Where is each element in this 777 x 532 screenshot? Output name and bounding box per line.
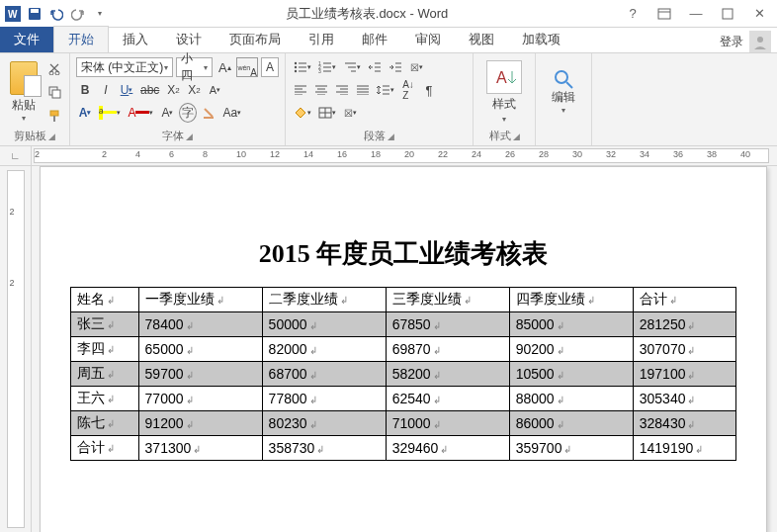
performance-table[interactable]: 姓名↲一季度业绩↲二季度业绩↲三季度业绩↲四季度业绩↲合计↲张三↲78400↲5… [70,287,736,461]
clipboard-launcher-icon[interactable]: ◢ [48,132,55,141]
table-cell[interactable]: 69870↲ [386,337,509,362]
table-row[interactable]: 合计↲371300↲358730↲329460↲359700↲1419190↲ [71,436,736,461]
table-header-cell[interactable]: 二季度业绩↲ [262,288,386,312]
tab-mailings[interactable]: 邮件 [348,27,401,52]
styles-gallery-icon[interactable]: A [486,60,522,94]
borders-icon[interactable]: ▾ [316,103,338,123]
asian-layout-icon[interactable]: ☒▾ [407,57,425,77]
table-cell[interactable]: 合计↲ [71,436,139,461]
table-cell[interactable]: 陈七↲ [71,411,139,436]
align-center-icon[interactable] [312,80,330,100]
minimize-icon[interactable]: — [684,4,708,24]
table-cell[interactable]: 张三↲ [71,312,139,337]
shading-icon[interactable]: ▾ [292,103,313,123]
table-cell[interactable]: 80230↲ [262,411,386,436]
avatar-icon[interactable] [749,31,771,52]
table-cell[interactable]: 周五↲ [71,362,139,387]
format-painter-icon[interactable] [45,106,63,126]
table-cell[interactable]: 371300↲ [138,436,262,461]
ribbon-display-icon[interactable] [652,4,676,24]
table-cell[interactable]: 85000↲ [509,312,633,337]
tab-review[interactable]: 审阅 [401,27,455,52]
table-cell[interactable]: 1419190↲ [633,436,735,461]
table-cell[interactable]: 58200↲ [386,362,509,387]
paste-button[interactable]: 粘贴 ▾ [6,61,42,123]
decrease-indent-icon[interactable] [366,57,384,77]
table-cell[interactable]: 307070↲ [633,337,735,362]
document-title[interactable]: 2015 年度员工业绩考核表 [70,236,736,271]
table-header-cell[interactable]: 一季度业绩↲ [138,288,262,312]
increase-indent-icon[interactable] [387,57,404,77]
bullets-icon[interactable]: ▾ [292,57,313,77]
table-cell[interactable]: 359700↲ [509,436,633,461]
char-shading-icon[interactable]: A▾ [158,103,176,123]
align-justify-icon[interactable] [354,80,372,100]
tab-view[interactable]: 视图 [455,27,508,52]
font-launcher-icon[interactable]: ◢ [186,132,193,141]
font-size-combo[interactable]: 小四▾ [176,57,213,77]
strikethrough-button[interactable]: abc [138,80,161,100]
highlight-icon[interactable]: ª▾ [97,103,123,123]
table-cell[interactable]: 68700↲ [262,362,386,387]
distribute-icon[interactable]: ☒▾ [341,103,359,123]
underline-button[interactable]: U▾ [118,80,135,100]
tab-layout[interactable]: 页面布局 [216,27,295,52]
redo-icon[interactable] [69,5,87,23]
shrink-font-icon[interactable]: A▾ [206,80,223,100]
table-cell[interactable]: 82000↲ [262,337,386,362]
table-cell[interactable]: 78400↲ [138,312,262,337]
undo-icon[interactable] [47,5,65,23]
line-spacing-icon[interactable]: ▾ [375,80,396,100]
superscript-button[interactable]: X2 [185,80,203,100]
tab-insert[interactable]: 插入 [109,27,162,52]
table-cell[interactable]: 88000↲ [509,387,633,411]
table-cell[interactable]: 77000↲ [138,387,262,411]
paragraph-launcher-icon[interactable]: ◢ [388,132,394,141]
table-header-cell[interactable]: 三季度业绩↲ [386,288,509,312]
vertical-ruler[interactable]: 22 [7,170,25,528]
table-cell[interactable]: 71000↲ [386,411,509,436]
table-cell[interactable]: 90200↲ [509,337,633,362]
table-row[interactable]: 周五↲59700↲68700↲58200↲10500↲197100↲ [71,362,736,387]
table-row[interactable]: 张三↲78400↲50000↲67850↲85000↲281250↲ [71,312,736,337]
grow-font-icon[interactable]: A▴ [216,57,233,77]
enclose-char-icon[interactable]: 字 [179,103,197,123]
table-row[interactable]: 陈七↲91200↲80230↲71000↲86000↲328430↲ [71,411,736,436]
table-cell[interactable]: 67850↲ [386,312,509,337]
char-border-icon[interactable]: A [261,57,279,77]
font-color-icon[interactable]: A▾ [126,103,155,123]
table-header-cell[interactable]: 四季度业绩↲ [509,288,633,312]
table-cell[interactable]: 李四↲ [71,337,139,362]
table-header-cell[interactable]: 合计↲ [633,288,735,312]
align-right-icon[interactable] [333,80,351,100]
subscript-button[interactable]: X2 [164,80,182,100]
word-icon[interactable]: W [4,5,22,23]
login-link[interactable]: 登录 [720,34,743,50]
table-cell[interactable]: 50000↲ [262,312,386,337]
document-scroll[interactable]: 2015 年度员工业绩考核表 姓名↲一季度业绩↲二季度业绩↲三季度业绩↲四季度业… [32,166,777,532]
table-header-cell[interactable]: 姓名↲ [71,288,139,312]
tab-design[interactable]: 设计 [162,27,216,52]
table-cell[interactable]: 329460↲ [386,436,509,461]
change-case-icon[interactable]: Aa▾ [220,103,243,123]
tab-references[interactable]: 引用 [295,27,348,52]
bold-button[interactable]: B [76,80,94,100]
font-name-combo[interactable]: 宋体 (中文正文)▾ [76,57,173,77]
qat-more-icon[interactable]: ▾ [91,5,109,23]
save-icon[interactable] [26,5,43,23]
find-icon[interactable] [550,69,577,89]
phonetic-guide-icon[interactable]: wénA [236,57,258,77]
table-cell[interactable]: 281250↲ [633,312,735,337]
align-left-icon[interactable] [292,80,309,100]
table-cell[interactable]: 91200↲ [138,411,262,436]
tab-home[interactable]: 开始 [53,26,109,52]
multilevel-list-icon[interactable]: ▾ [341,57,363,77]
sort-icon[interactable]: A↓Z [399,80,417,100]
close-icon[interactable]: ✕ [747,4,771,24]
tab-file[interactable]: 文件 [0,27,53,52]
tab-addins[interactable]: 加载项 [508,27,574,52]
tab-selector-icon[interactable]: ∟ [0,146,32,165]
text-effects-icon[interactable]: A▾ [76,103,94,123]
show-marks-icon[interactable]: ¶ [420,80,438,100]
help-icon[interactable]: ? [621,4,645,24]
